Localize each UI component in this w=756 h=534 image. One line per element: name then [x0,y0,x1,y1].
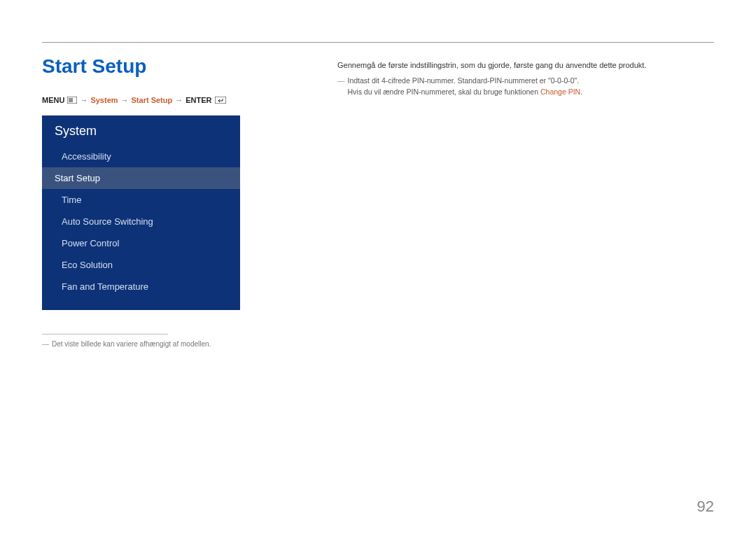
svg-rect-4 [215,97,226,104]
right-column: Gennemgå de første indstillingstrin, som… [337,55,714,348]
menu-item-power-control[interactable]: Power Control [42,232,240,254]
breadcrumb-arrow-2: → [121,96,129,104]
footnote-dash: ― [42,340,49,348]
right-note-body: Indtast dit 4-cifrede PIN-nummer. Standa… [348,75,583,99]
top-horizontal-rule [42,42,714,43]
right-note-line2: Hvis du vil ændre PIN-nummeret, skal du … [348,86,583,98]
right-note-line1: Indtast dit 4-cifrede PIN-nummer. Standa… [348,75,583,87]
footnote-separator [42,334,168,335]
menu-item-fan-and-temperature[interactable]: Fan and Temperature [42,276,240,297]
page-title: Start Setup [42,55,308,78]
breadcrumb-arrow-3: → [175,96,183,104]
right-intro-text: Gennemgå de første indstillingstrin, som… [337,59,714,72]
change-pin-label: Change PIN [540,87,580,96]
breadcrumb-enter-label: ENTER [186,96,211,104]
enter-icon [215,97,226,104]
breadcrumb-system: System [90,96,118,104]
menu-item-auto-source-switching[interactable]: Auto Source Switching [42,211,240,232]
right-note-dash: ― [337,75,345,99]
right-note: ― Indtast dit 4-cifrede PIN-nummer. Stan… [337,75,714,99]
menu-item-time[interactable]: Time [42,189,240,211]
breadcrumb-arrow-1: → [80,96,88,104]
right-note-line2-suffix: . [580,87,582,96]
content-wrapper: Start Setup MENU → System → Start Setup … [42,55,714,348]
system-menu-panel: System AccessibilityStart SetupTimeAuto … [42,115,240,310]
footnote-text: Det viste billede kan variere afhængigt … [52,340,211,348]
breadcrumb-start-setup: Start Setup [132,96,173,104]
left-footnote: ― Det viste billede kan variere afhængig… [42,340,308,348]
breadcrumb: MENU → System → Start Setup → ENTER [42,96,308,104]
menu-item-accessibility[interactable]: Accessibility [42,146,240,167]
right-note-line2-prefix: Hvis du vil ændre PIN-nummeret, skal du … [348,87,540,96]
left-column: Start Setup MENU → System → Start Setup … [42,55,308,348]
menu-item-start-setup[interactable]: Start Setup [42,167,240,189]
menu-items-container: AccessibilityStart SetupTimeAuto Source … [42,146,240,297]
menu-item-eco-solution[interactable]: Eco Solution [42,254,240,276]
menu-icon [67,97,77,104]
menu-panel-title: System [42,115,240,146]
breadcrumb-menu-label: MENU [42,96,64,104]
page-number: 92 [697,498,714,516]
